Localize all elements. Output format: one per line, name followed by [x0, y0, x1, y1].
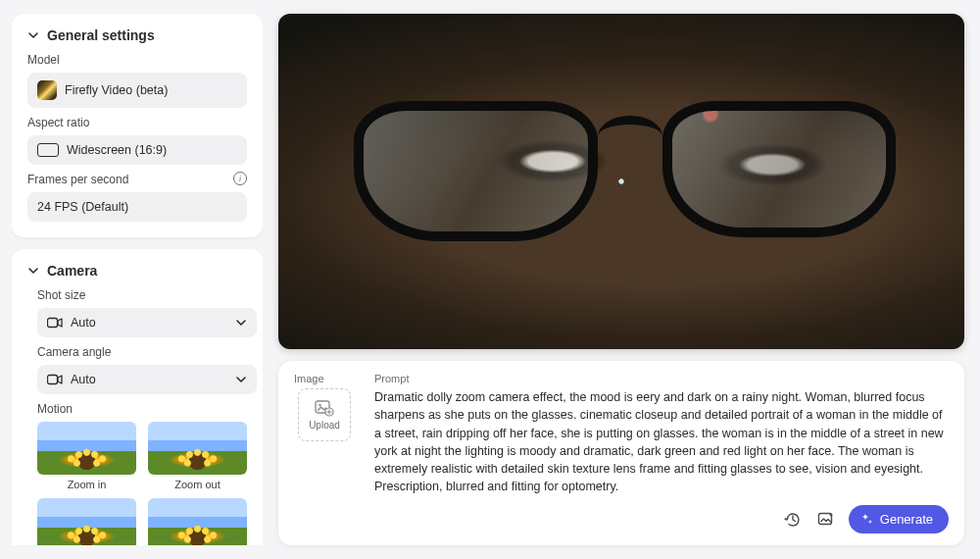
image-upload-section: Image Upload — [290, 373, 359, 534]
generate-button[interactable]: Generate — [849, 505, 949, 534]
camera-angle-selector[interactable]: Auto — [37, 365, 257, 394]
aspect-ratio-label: Aspect ratio — [27, 116, 247, 129]
motion-grid: Zoom in Zoom out — [37, 422, 247, 545]
svg-point-3 — [318, 404, 320, 406]
prompt-input[interactable]: Dramatic dolly zoom camera effect, the m… — [374, 388, 949, 495]
motion-thumbnail — [37, 498, 136, 545]
prompt-label: Prompt — [374, 373, 949, 384]
svg-rect-1 — [48, 376, 58, 384]
aspect-ratio-icon — [37, 143, 59, 157]
fps-value: 24 FPS (Default) — [37, 200, 128, 214]
general-settings-card: General settings Model Firefly Video (be… — [12, 14, 263, 237]
motion-label: Motion — [37, 402, 247, 416]
history-icon — [784, 511, 802, 529]
motion-option-zoom-out[interactable]: Zoom out — [148, 422, 247, 490]
prompt-panel: Image Upload Prompt Dramatic dolly zoom … — [278, 361, 964, 545]
generate-label: Generate — [880, 512, 933, 527]
motion-option[interactable] — [37, 498, 136, 545]
image-settings-button[interactable] — [815, 509, 837, 531]
shot-size-value: Auto — [71, 316, 96, 330]
image-upload-dropzone[interactable]: Upload — [298, 388, 351, 441]
prompt-actions: Generate — [374, 505, 949, 534]
preview-overlay — [354, 101, 896, 249]
motion-thumbnail-label: Zoom in — [68, 479, 107, 490]
image-sparkle-icon — [817, 511, 835, 529]
motion-option-zoom-in[interactable]: Zoom in — [37, 422, 136, 490]
shot-size-label: Shot size — [37, 288, 247, 302]
chevron-down-icon — [27, 29, 39, 41]
model-selector[interactable]: Firefly Video (beta) — [27, 73, 247, 108]
camera-title: Camera — [47, 263, 97, 279]
chevron-down-icon — [235, 374, 247, 385]
general-settings-title: General settings — [47, 27, 155, 43]
chevron-down-icon — [235, 317, 247, 329]
upload-label: Upload — [309, 420, 340, 431]
camera-icon — [47, 317, 63, 329]
camera-icon — [47, 374, 63, 385]
motion-thumbnail — [37, 422, 136, 475]
general-settings-toggle[interactable]: General settings — [27, 27, 247, 43]
model-label: Model — [27, 53, 247, 67]
camera-toggle[interactable]: Camera — [27, 263, 247, 279]
main-area: Image Upload Prompt Dramatic dolly zoom … — [278, 14, 964, 545]
model-thumbnail — [37, 80, 57, 100]
sparkle-icon — [860, 513, 874, 527]
motion-thumbnail — [148, 422, 247, 475]
image-label: Image — [294, 373, 324, 384]
video-preview[interactable] — [278, 14, 964, 349]
prompt-area: Prompt Dramatic dolly zoom camera effect… — [374, 373, 949, 534]
settings-sidebar: General settings Model Firefly Video (be… — [12, 14, 263, 545]
svg-rect-0 — [48, 319, 58, 328]
history-button[interactable] — [782, 509, 804, 531]
aspect-ratio-value: Widescreen (16:9) — [67, 143, 167, 157]
camera-card: Camera Shot size Auto Camera angle — [12, 249, 263, 545]
motion-option[interactable] — [148, 498, 247, 545]
info-icon[interactable]: i — [233, 172, 247, 185]
chevron-down-icon — [27, 265, 39, 277]
shot-size-selector[interactable]: Auto — [37, 308, 257, 337]
motion-thumbnail — [148, 498, 247, 545]
camera-angle-value: Auto — [71, 373, 96, 386]
motion-thumbnail-label: Zoom out — [174, 479, 220, 490]
fps-label: Frames per second — [27, 173, 128, 186]
model-value: Firefly Video (beta) — [65, 83, 168, 97]
fps-selector[interactable]: 24 FPS (Default) — [27, 192, 247, 222]
upload-icon — [315, 399, 334, 417]
camera-angle-label: Camera angle — [37, 345, 247, 359]
aspect-ratio-selector[interactable]: Widescreen (16:9) — [27, 135, 247, 165]
